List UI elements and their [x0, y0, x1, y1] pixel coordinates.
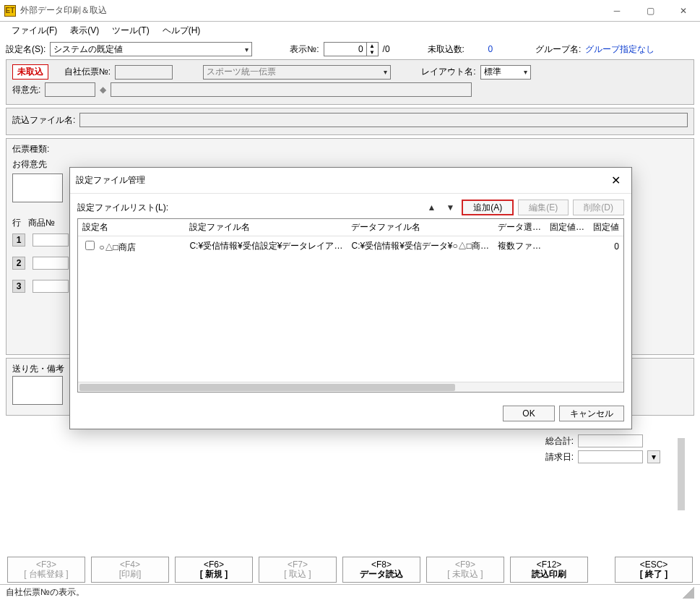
customer-name-field[interactable] — [111, 82, 472, 97]
bill-date-dropdown[interactable]: ▾ — [647, 450, 660, 463]
group-value: グループ指定なし — [585, 43, 654, 56]
col-setting-name[interactable]: 設定名 — [78, 219, 185, 236]
f7-button[interactable]: <F7>[ 取込 ] — [259, 557, 337, 583]
f12-button[interactable]: <F12>読込印刷 — [510, 557, 588, 583]
own-slip-no-field[interactable] — [115, 65, 173, 80]
list-label: 設定ファイルリスト(L): — [77, 202, 168, 214]
app-icon: ET — [4, 5, 16, 17]
list-row[interactable]: ○△□商店 C:¥受信情報¥受信設定¥データレイア… C:¥受信情報¥受信データ… — [78, 236, 623, 257]
dialog-title: 設定ファイル管理 — [76, 174, 145, 187]
spin-down-icon[interactable]: ▼ — [367, 49, 378, 56]
sendto-label: 送り先・備考 — [12, 363, 64, 375]
dialog-close-button[interactable]: ✕ — [605, 171, 626, 191]
spin-up-icon[interactable]: ▲ — [367, 43, 378, 49]
layout-combo[interactable]: 標準 ▾ — [480, 65, 531, 80]
layout-value: 標準 — [484, 66, 501, 78]
row-number-2: 2 — [12, 257, 25, 270]
chevron-down-icon: ▾ — [524, 68, 527, 76]
horizontal-scrollbar[interactable] — [78, 382, 623, 392]
row-fixed1 — [545, 236, 589, 257]
display-no-value: 0 — [324, 42, 367, 56]
row-name: ○△□商店 — [99, 242, 136, 252]
row-2-cell[interactable] — [33, 257, 69, 270]
delete-button[interactable]: 削除(D) — [573, 200, 624, 215]
scroll-strip[interactable] — [678, 438, 685, 510]
row-data-file: C:¥受信情報¥受信データ¥○△□商… — [347, 236, 493, 257]
not-imported-badge: 未取込 — [12, 64, 48, 80]
col-data-sel[interactable]: データ選… — [493, 219, 545, 236]
settings-file-list[interactable]: 設定名 設定ファイル名 データファイル名 データ選… 固定値… 固定値 ○△□商… — [77, 218, 624, 393]
grand-total-label: 総合計: — [545, 435, 574, 447]
window-title: 外部データ印刷＆取込 — [20, 4, 107, 17]
f6-button[interactable]: <F6>[ 新規 ] — [175, 557, 253, 583]
row-checkbox[interactable] — [85, 241, 95, 250]
menu-file[interactable]: ファイル(F) — [6, 22, 63, 39]
not-imported-label: 未取込数: — [428, 43, 464, 56]
row-number-3: 3 — [12, 280, 25, 293]
product-no-header: 商品№ — [28, 217, 55, 229]
move-up-button[interactable]: ▲ — [424, 201, 438, 214]
display-no-spinner[interactable]: 0 ▲▼ — [324, 42, 379, 56]
minimize-button[interactable]: ─ — [600, 0, 634, 22]
status-text: 自社伝票№の表示。 — [6, 586, 85, 599]
diamond-icon: ◆ — [100, 85, 106, 95]
col-fixed2[interactable]: 固定値 — [589, 219, 623, 236]
slip-type-combo[interactable]: スポーツ統一伝票 ▾ — [203, 65, 391, 80]
layout-label: レイアウト名: — [421, 66, 475, 78]
row-fixed2: 0 — [589, 236, 623, 257]
menu-tools[interactable]: ツール(T) — [106, 22, 155, 39]
chevron-down-icon: ▾ — [652, 452, 656, 462]
ok-button[interactable]: OK — [503, 406, 555, 421]
not-imported-value: 0 — [469, 44, 512, 54]
chevron-down-icon: ▾ — [245, 46, 249, 53]
setting-name-value: システムの既定値 — [53, 43, 123, 56]
slip-kind-label: 伝票種類: — [12, 143, 49, 155]
row-3-cell[interactable] — [33, 280, 69, 293]
setting-name-label: 設定名(S): — [6, 43, 46, 56]
f9-button[interactable]: <F9>[ 未取込 ] — [426, 557, 504, 583]
menu-help[interactable]: ヘルプ(H) — [157, 22, 207, 39]
cancel-button[interactable]: キャンセル — [559, 406, 624, 421]
bill-date-label: 請求日: — [545, 451, 574, 463]
load-file-label: 読込ファイル名: — [12, 114, 75, 127]
col-fixed1[interactable]: 固定値… — [545, 219, 589, 236]
edit-button[interactable]: 編集(E) — [518, 200, 569, 215]
customer-box[interactable] — [12, 173, 63, 202]
slip-type-value: スポーツ統一伝票 — [207, 66, 276, 78]
group-label: グループ名: — [535, 43, 581, 56]
row-number-1: 1 — [12, 233, 25, 247]
customer-label: 得意先: — [12, 84, 40, 96]
f8-button[interactable]: <F8>データ読込 — [342, 557, 420, 583]
bill-date-field[interactable] — [578, 450, 643, 463]
close-button[interactable]: ✕ — [667, 0, 700, 22]
load-file-field[interactable] — [79, 113, 688, 127]
f4-button[interactable]: <F4>[印刷] — [91, 557, 169, 583]
display-no-label: 表示№: — [290, 43, 319, 56]
row-setting-file: C:¥受信情報¥受信設定¥データレイア… — [185, 236, 347, 257]
move-down-button[interactable]: ▼ — [443, 201, 457, 214]
grand-total-field — [578, 434, 643, 447]
sendto-box[interactable] — [12, 376, 63, 405]
setting-name-combo[interactable]: システムの既定値 ▾ — [50, 42, 252, 56]
col-setting-file[interactable]: 設定ファイル名 — [185, 219, 347, 236]
own-slip-no-label: 自社伝票№: — [64, 66, 111, 78]
menu-view[interactable]: 表示(V) — [64, 22, 105, 39]
f3-button[interactable]: <F3>[ 台帳登録 ] — [7, 557, 85, 583]
row-header: 行 — [12, 217, 21, 229]
customer-code-field[interactable] — [45, 82, 95, 97]
add-button[interactable]: 追加(A) — [462, 200, 514, 215]
chevron-down-icon: ▾ — [384, 68, 387, 76]
customer-header: お得意先 — [12, 158, 47, 171]
settings-file-dialog: 設定ファイル管理 ✕ 設定ファイルリスト(L): ▲ ▼ 追加(A) 編集(E)… — [69, 167, 632, 429]
row-data-sel: 複数ファ… — [493, 236, 545, 257]
maximize-button[interactable]: ▢ — [634, 0, 667, 22]
col-data-file[interactable]: データファイル名 — [347, 219, 493, 236]
esc-button[interactable]: <ESC>[ 終了 ] — [615, 557, 693, 583]
row-1-cell[interactable] — [33, 233, 69, 247]
display-total: /0 — [383, 44, 390, 54]
